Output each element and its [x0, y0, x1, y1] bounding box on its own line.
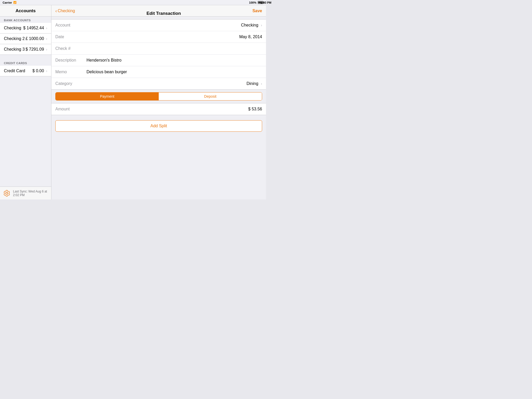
account-name: Checking 2 — [4, 36, 25, 41]
left-panel: Accounts BANK ACCOUNTS Checking $ 14952.… — [0, 5, 51, 200]
toggle-section: Payment Deposit — [51, 90, 266, 103]
status-left: Carrier 📶 — [3, 1, 16, 4]
accounts-title: Accounts — [16, 8, 36, 14]
payment-toggle-button[interactable]: Payment — [56, 92, 159, 100]
check-label: Check # — [55, 46, 87, 51]
add-split-section: Add Split — [51, 118, 266, 134]
amount-value: $ 53.56 — [87, 107, 262, 111]
list-item[interactable]: Checking 3 $ 7291.09 › — [0, 44, 51, 55]
save-button[interactable]: Save — [252, 9, 262, 13]
chevron-right-icon: › — [46, 69, 47, 73]
memo-row[interactable]: Memo — [51, 66, 266, 78]
amount-value-text: $ 53.56 — [248, 107, 262, 111]
back-label: Checking — [58, 9, 75, 13]
description-label: Description — [55, 58, 87, 63]
status-bar: Carrier 📶 2:03 PM 100% — [0, 0, 266, 5]
category-label: Category — [55, 81, 87, 86]
battery-percentage: 100% — [249, 1, 256, 4]
left-nav-bar: Accounts — [0, 5, 51, 17]
edit-transaction-title: Edit Transaction — [147, 11, 181, 16]
date-value: May 8, 2014 — [87, 35, 262, 39]
credit-cards-header: CREDIT CARDS — [0, 59, 51, 66]
left-footer: Last Sync: Wed Aug 6 at 2:02 PM — [0, 187, 51, 200]
account-label: Account — [55, 23, 87, 28]
account-value-text: Checking — [241, 23, 258, 28]
chevron-right-icon: › — [46, 47, 47, 51]
memo-input[interactable] — [87, 70, 262, 74]
add-split-button[interactable]: Add Split — [55, 120, 262, 132]
category-row[interactable]: Category Dining › — [51, 78, 266, 89]
list-item[interactable]: Checking $ 14952.44 › — [0, 23, 51, 34]
amount-row[interactable]: Amount $ 53.56 — [51, 103, 266, 115]
amount-label: Amount — [55, 107, 87, 111]
back-button[interactable]: ‹ Checking — [55, 9, 75, 13]
amount-section: Amount $ 53.56 — [51, 103, 266, 115]
description-row[interactable]: Description — [51, 55, 266, 66]
chevron-right-icon: › — [46, 37, 47, 41]
form-section-main: Account Checking › Date May 8, 2014 Chec… — [51, 19, 266, 90]
back-chevron-icon: ‹ — [55, 9, 57, 13]
left-accounts-list: BANK ACCOUNTS Checking $ 14952.44 › Chec… — [0, 17, 51, 187]
carrier-label: Carrier — [3, 1, 12, 4]
list-item[interactable]: Credit Card $ 0.00 › — [0, 66, 51, 76]
check-input[interactable] — [87, 46, 262, 51]
description-input[interactable] — [87, 58, 262, 63]
gear-icon — [3, 190, 10, 197]
date-value-text: May 8, 2014 — [239, 35, 262, 39]
list-item[interactable]: Checking 2 £ 1000.00 › — [0, 34, 51, 44]
battery-icon — [258, 1, 263, 4]
account-name: Checking 3 — [4, 47, 25, 52]
account-balance: £ 1000.00 — [25, 36, 44, 41]
sync-text: Last Sync: Wed Aug 6 at 2:02 PM — [13, 190, 48, 197]
memo-label: Memo — [55, 70, 87, 74]
right-panel: ‹ Checking Edit Transaction Save Account… — [51, 5, 266, 200]
right-form-content: Account Checking › Date May 8, 2014 Chec… — [51, 17, 266, 200]
section-separator — [0, 55, 51, 59]
account-row[interactable]: Account Checking › — [51, 19, 266, 31]
date-label: Date — [55, 35, 87, 39]
category-value-text: Dining — [247, 81, 258, 86]
category-value: Dining › — [87, 81, 262, 86]
status-right: 100% — [249, 1, 263, 4]
bank-accounts-header: BANK ACCOUNTS — [0, 17, 51, 23]
main-content: Accounts BANK ACCOUNTS Checking $ 14952.… — [0, 5, 266, 200]
account-balance: $ 0.00 — [32, 69, 44, 73]
wifi-icon: 📶 — [13, 1, 16, 4]
date-row[interactable]: Date May 8, 2014 — [51, 31, 266, 43]
deposit-toggle-button[interactable]: Deposit — [159, 92, 262, 100]
account-name: Checking — [4, 26, 23, 30]
account-balance: $ 14952.44 — [23, 26, 44, 30]
account-name: Credit Card — [4, 69, 32, 73]
right-nav-bar: ‹ Checking Edit Transaction Save — [51, 5, 266, 17]
chevron-right-icon: › — [261, 82, 262, 86]
chevron-right-icon: › — [261, 23, 262, 27]
account-value: Checking › — [87, 23, 262, 28]
account-balance: $ 7291.09 — [25, 47, 44, 52]
chevron-right-icon: › — [46, 26, 47, 30]
check-row[interactable]: Check # — [51, 43, 266, 55]
payment-deposit-toggle: Payment Deposit — [55, 92, 262, 101]
